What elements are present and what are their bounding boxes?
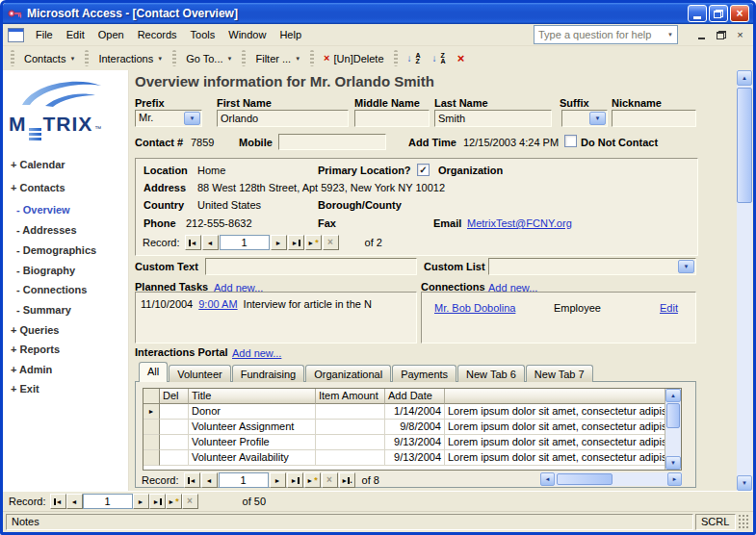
resize-grip[interactable] bbox=[738, 514, 750, 530]
cell-item-amount[interactable] bbox=[316, 435, 385, 450]
prev-record-button[interactable]: ◄ bbox=[201, 472, 218, 488]
cell-del[interactable] bbox=[160, 435, 189, 450]
table-row[interactable]: Volunteer Profile 9/13/2004 Lorem ipsum … bbox=[143, 435, 681, 450]
cell-del[interactable] bbox=[160, 450, 189, 466]
sidebar-item-addresses[interactable]: - Addresses bbox=[16, 224, 77, 236]
custom-text-field[interactable] bbox=[205, 258, 417, 275]
scrollbar-track[interactable] bbox=[737, 86, 752, 475]
do-not-contact-checkbox[interactable] bbox=[564, 135, 577, 147]
planned-task-row[interactable]: 11/10/2004 9:00 AM Interview for article… bbox=[136, 293, 416, 310]
row-selector[interactable] bbox=[143, 435, 160, 450]
column-header-del[interactable]: Del bbox=[160, 389, 189, 404]
cell-add-date[interactable]: 9/13/2004 bbox=[385, 450, 445, 466]
cell-title[interactable]: Volunteer Assignment bbox=[189, 420, 316, 435]
cell-del[interactable] bbox=[160, 404, 189, 420]
scrollbar-thumb[interactable] bbox=[737, 88, 752, 203]
custom-list-combo[interactable]: ▼ bbox=[488, 258, 696, 275]
row-selector[interactable] bbox=[143, 450, 160, 466]
middle-name-field[interactable] bbox=[354, 110, 430, 127]
sidebar-item-admin[interactable]: + Admin bbox=[11, 364, 52, 375]
sidebar-item-demographics[interactable]: - Demographics bbox=[16, 244, 96, 256]
cell-item-amount[interactable] bbox=[316, 420, 385, 435]
cell-title[interactable]: Donor bbox=[189, 404, 316, 420]
delete-record-button[interactable]: × bbox=[322, 472, 338, 488]
tab-new-tab-7[interactable]: New Tab 7 bbox=[526, 365, 593, 382]
undelete-button[interactable]: × [Un]Delete bbox=[318, 49, 389, 68]
datasheet-scrollbar[interactable]: ▲ ▼ bbox=[665, 389, 681, 470]
record-number-input[interactable] bbox=[219, 472, 269, 488]
scroll-down-button[interactable]: ▼ bbox=[737, 475, 752, 491]
contacts-menu-button[interactable]: Contacts ▼ bbox=[18, 49, 81, 68]
last-name-field[interactable] bbox=[434, 110, 552, 127]
nickname-field[interactable] bbox=[612, 110, 696, 127]
new-record-button[interactable]: ►* bbox=[304, 472, 321, 488]
toolbar-grip[interactable] bbox=[310, 50, 314, 66]
next-record-button[interactable]: ► bbox=[133, 494, 149, 509]
cell-del[interactable] bbox=[160, 420, 189, 435]
sidebar-item-exit[interactable]: + Exit bbox=[11, 383, 39, 395]
column-header-title[interactable]: Title bbox=[189, 389, 316, 404]
sidebar-item-queries[interactable]: + Queries bbox=[11, 324, 59, 336]
menu-window[interactable]: Window bbox=[222, 26, 273, 43]
tab-organizational[interactable]: Organizational bbox=[305, 365, 391, 382]
connection-row[interactable]: Mr. Bob Dobolina Employee Edit bbox=[422, 293, 695, 314]
delete-record-button[interactable]: × bbox=[182, 494, 198, 509]
last-record-button[interactable]: ► bbox=[288, 235, 304, 250]
mobile-field[interactable] bbox=[278, 134, 386, 150]
cell-title[interactable]: Volunteer Profile bbox=[189, 435, 316, 450]
interactions-add-new-link[interactable]: Add new... bbox=[232, 347, 281, 359]
sort-descending-button[interactable]: ↓ Z A bbox=[427, 49, 452, 68]
menu-help[interactable]: Help bbox=[273, 26, 308, 43]
last-page-button[interactable]: ►. bbox=[339, 472, 355, 488]
minimize-button[interactable] bbox=[688, 5, 707, 22]
sidebar-item-contacts[interactable]: + Contacts bbox=[11, 182, 65, 193]
dropdown-icon[interactable]: ▼ bbox=[589, 112, 606, 125]
record-number-input[interactable] bbox=[220, 235, 270, 250]
help-input[interactable] bbox=[534, 29, 664, 40]
table-row[interactable]: Volunteer Availability 9/13/2004 Lorem i… bbox=[143, 450, 681, 466]
toolbar-grip[interactable] bbox=[85, 50, 89, 66]
connection-edit-link[interactable]: Edit bbox=[660, 302, 678, 314]
cell-item-amount[interactable] bbox=[316, 450, 385, 466]
sidebar-item-summary[interactable]: - Summary bbox=[16, 304, 71, 316]
cell-notes[interactable]: Lorem ipsum dolor sit amet, consectetur … bbox=[445, 420, 665, 435]
next-record-button[interactable]: ► bbox=[270, 472, 286, 488]
row-selector[interactable]: ► bbox=[143, 404, 160, 420]
last-record-button[interactable]: ► bbox=[149, 494, 166, 509]
next-record-button[interactable]: ► bbox=[271, 235, 287, 250]
child-restore-button[interactable] bbox=[713, 28, 729, 42]
cell-add-date[interactable]: 9/13/2004 bbox=[385, 435, 445, 450]
main-scrollbar[interactable]: ▲ ▼ bbox=[737, 70, 752, 491]
interactions-menu-button[interactable]: Interactions ▼ bbox=[92, 49, 169, 68]
cell-notes[interactable]: Lorem ipsum dolor sit amet, consectetur … bbox=[445, 435, 665, 450]
sidebar-item-biography[interactable]: - Biography bbox=[16, 265, 75, 276]
scrollbar-thumb[interactable] bbox=[557, 473, 613, 485]
menu-file[interactable]: File bbox=[29, 26, 60, 43]
column-header-notes[interactable] bbox=[445, 389, 665, 404]
maximize-restore-button[interactable] bbox=[709, 5, 728, 22]
scrollbar-track[interactable] bbox=[665, 402, 681, 456]
first-record-button[interactable]: ◄ bbox=[50, 494, 66, 509]
toolbar-grip[interactable] bbox=[394, 50, 398, 66]
child-close-button[interactable]: × bbox=[732, 28, 748, 42]
scrollbar-thumb[interactable] bbox=[666, 403, 680, 428]
table-row[interactable]: ► Donor 1/14/2004 Lorem ipsum dolor sit … bbox=[143, 404, 681, 420]
scroll-left-button[interactable]: ◄ bbox=[540, 472, 555, 486]
tab-all[interactable]: All bbox=[139, 362, 168, 382]
menu-records[interactable]: Records bbox=[131, 26, 184, 43]
cell-title[interactable]: Volunteer Availability bbox=[189, 450, 316, 466]
close-button[interactable]: × bbox=[730, 5, 749, 22]
cell-notes[interactable]: Lorem ipsum dolor sit amet, consectetur … bbox=[445, 404, 665, 420]
prev-record-button[interactable]: ◄ bbox=[66, 494, 83, 509]
dropdown-icon[interactable]: ▼ bbox=[184, 112, 200, 125]
toolbar-grip[interactable] bbox=[11, 50, 14, 66]
tab-fundraising[interactable]: Fundraising bbox=[232, 365, 304, 382]
column-header-add-date[interactable]: Add Date bbox=[385, 389, 445, 404]
menu-tools[interactable]: Tools bbox=[184, 26, 222, 43]
help-dropdown-icon[interactable]: ▼ bbox=[664, 32, 677, 38]
menu-edit[interactable]: Edit bbox=[60, 26, 91, 43]
suffix-combo[interactable]: ▼ bbox=[561, 110, 608, 127]
sidebar-item-connections[interactable]: - Connections bbox=[16, 284, 87, 295]
sort-ascending-button[interactable]: ↓ A Z bbox=[402, 49, 427, 68]
cell-add-date[interactable]: 9/8/2004 bbox=[385, 420, 445, 435]
